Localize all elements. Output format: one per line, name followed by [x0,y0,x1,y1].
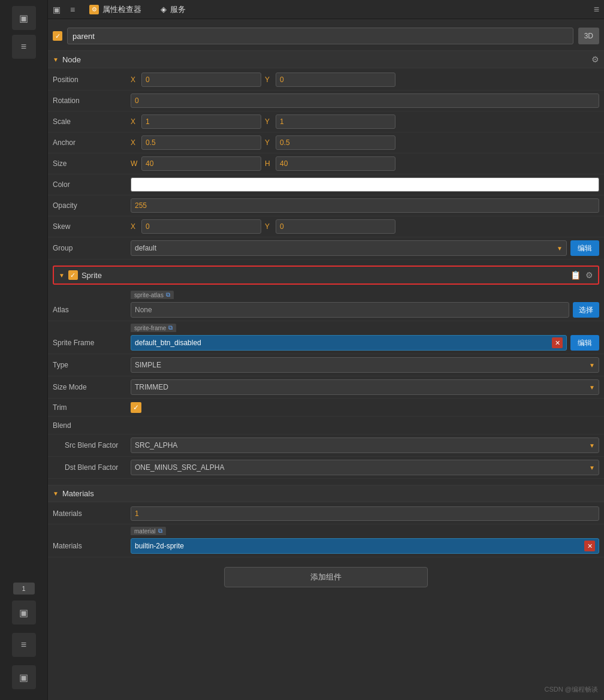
src-blend-dropdown[interactable]: SRC_ALPHA ▼ [131,437,599,453]
dst-blend-row: Dst Blend Factor ONE_MINUS_SRC_ALPHA ▼ [48,457,604,479]
dst-blend-text: ONE_MINUS_SRC_ALPHA [135,463,224,472]
sprite-frame-clear-btn[interactable]: ✕ [552,337,563,348]
tab-properties[interactable]: ⚙ 属性检查器 [84,2,146,17]
material-field: builtin-2d-sprite ✕ [131,538,599,554]
materials-count-row: Materials [48,503,604,524]
atlas-sublabel-row: sprite-atlas ⧉ [48,288,604,299]
scale-y-input[interactable] [276,114,395,129]
sidebar-badge: 1 [13,583,35,595]
group-dropdown[interactable]: default ▼ [131,240,567,256]
scale-x-label: X [131,117,138,126]
size-mode-dropdown-arrow: ▼ [589,384,595,391]
opacity-input[interactable] [131,198,599,213]
sidebar-copy-icon[interactable]: ▣ [12,601,36,624]
sprite-copy-icon[interactable]: 📋 [570,270,581,280]
material-clear-btn[interactable]: ✕ [584,541,595,551]
type-dropdown[interactable]: SIMPLE ▼ [131,357,599,373]
rotation-input[interactable] [131,93,599,108]
size-h-label: H [265,159,272,168]
sidebar-square-icon[interactable]: ▣ [12,665,36,689]
watermark: CSDN @编程畅谈 [545,685,598,694]
dst-blend-dropdown[interactable]: ONE_MINUS_SRC_ALPHA ▼ [131,460,599,475]
skew-row: Skew X Y [48,216,604,237]
blend-row: Blend [48,417,604,435]
size-mode-row: Size Mode TRIMMED ▼ [48,376,604,399]
sprite-frame-row: Sprite Frame default_btn_disabled ✕ 编辑 [48,332,604,354]
sidebar-bottom: 1 ▣ ≡ ▣ [12,583,36,700]
position-row: Position X Y [48,70,604,90]
size-mode-value: TRIMMED ▼ [131,379,599,395]
src-blend-value: SRC_ALPHA ▼ [131,437,599,453]
scale-value: X Y [131,114,599,129]
color-row: Color [48,174,604,195]
materials-section-title: Materials [62,489,599,498]
sprite-enable-checkbox[interactable]: ✓ [68,270,78,280]
sidebar-icon-2[interactable]: ≡ [12,35,36,59]
scale-x-input[interactable] [141,114,261,129]
atlas-link-icon[interactable]: ⧉ [166,291,170,298]
anchor-x-label: X [131,138,138,147]
sprite-frame-label: Sprite Frame [53,339,131,347]
group-dropdown-text: default [135,244,156,252]
top-bar: ▣ ≡ ⚙ 属性检查器 ◈ 服务 ≡ [48,0,604,19]
size-mode-dropdown-text: TRIMMED [135,383,168,391]
position-x-input[interactable] [141,73,261,87]
services-icon: ◈ [161,5,167,14]
size-h-input[interactable] [276,156,395,171]
anchor-label: Anchor [53,138,131,147]
trim-row: Trim ✓ [48,399,604,417]
topbar-menu-icon[interactable]: ≡ [70,5,75,14]
node-section-title: Node [62,55,591,64]
src-blend-arrow: ▼ [589,442,595,449]
node-name-input[interactable] [67,28,573,44]
size-w-input[interactable] [141,156,261,171]
frame-link-icon[interactable]: ⧉ [168,324,173,331]
type-dropdown-text: SIMPLE [135,361,161,369]
node-enable-checkbox[interactable]: ✓ [53,31,62,41]
anchor-value: X Y [131,135,599,150]
color-value [131,177,599,192]
scale-y-label: Y [265,117,272,126]
sprite-gear-icon[interactable]: ⚙ [585,270,593,280]
tab-services[interactable]: ◈ 服务 [156,2,191,17]
atlas-label: Atlas [53,306,131,314]
materials-item-label: Materials [53,542,131,550]
skew-value: X Y [131,219,599,234]
group-value: default ▼ 编辑 [131,240,599,256]
add-component-btn[interactable]: 添加组件 [224,567,428,587]
sprite-arrow-icon: ▼ [59,272,65,279]
atlas-select-btn[interactable]: 选择 [573,302,599,318]
trim-checkbox[interactable]: ✓ [131,402,141,413]
dst-blend-value: ONE_MINUS_SRC_ALPHA ▼ [131,460,599,475]
material-link-icon[interactable]: ⧉ [158,527,162,535]
sidebar-list-icon[interactable]: ≡ [12,633,36,657]
skew-x-input[interactable] [141,219,261,234]
color-picker[interactable] [131,177,599,192]
position-y-input[interactable] [276,73,395,87]
node-gear-icon[interactable]: ⚙ [591,55,599,64]
anchor-y-input[interactable] [276,135,395,150]
anchor-x-input[interactable] [141,135,261,150]
group-label: Group [53,244,131,252]
material-sublabel-row: material ⧉ [48,524,604,535]
rotation-row: Rotation [48,90,604,111]
sprite-icons: 📋 ⚙ [570,270,593,280]
sprite-frame-edit-btn[interactable]: 编辑 [570,335,599,351]
atlas-sublabel: sprite-atlas ⧉ [131,291,174,299]
materials-item-row: Materials builtin-2d-sprite ✕ [48,535,604,557]
size-mode-dropdown[interactable]: TRIMMED ▼ [131,379,599,395]
dst-blend-label: Dst Blend Factor [53,463,131,472]
type-label: Type [53,361,131,369]
topbar-right-menu[interactable]: ≡ [594,4,599,15]
size-value: W H [131,156,599,171]
properties-icon: ⚙ [89,5,99,14]
position-value: X Y [131,73,599,87]
group-edit-btn[interactable]: 编辑 [570,240,599,256]
materials-count-input[interactable] [131,506,599,521]
skew-y-input[interactable] [276,219,395,234]
anchor-row: Anchor X Y [48,132,604,153]
btn-3d[interactable]: 3D [578,28,599,44]
anchor-y-label: Y [265,138,272,147]
sidebar-icon-1[interactable]: ▣ [12,6,36,30]
sprite-section-title: Sprite [81,271,570,280]
